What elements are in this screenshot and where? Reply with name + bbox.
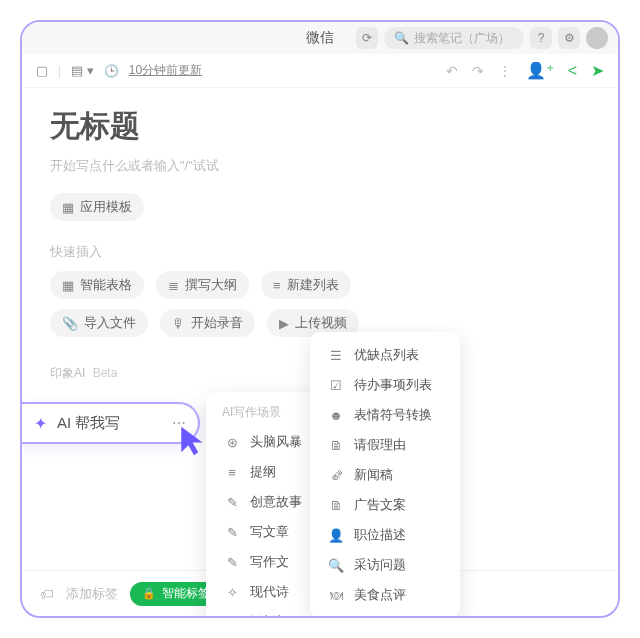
quick-insert-import-file[interactable]: 📎 导入文件 [50,309,148,337]
send-icon[interactable]: ➤ [591,61,604,80]
outline-icon: ≣ [168,278,179,293]
ai-scene-brainstorm[interactable]: ⊛头脑风暴 [210,427,322,457]
subitem-leave-reason[interactable]: 🗎请假理由 [314,430,456,460]
ai-scene-outline[interactable]: ≡提纲 [210,457,322,487]
person-icon: 👤 [328,528,344,543]
template-icon: ▦ [62,200,74,215]
quick-insert-record-audio[interactable]: 🎙 开始录音 [160,309,255,337]
story-icon: ✎ [224,495,240,510]
lock-icon: 🔒 [142,587,156,600]
quick-insert-row-1: ▦ 智能表格 ≣ 撰写大纲 ≡ 新建列表 [50,271,590,299]
app-window: 微信 ⟳ 🔍 搜索笔记（广场） ? ⚙ ▢ | ▤ ▾ 🕒 10分钟前更新 ↶ … [20,20,620,618]
search-icon: 🔍 [328,558,344,573]
quick-insert-new-list[interactable]: ≡ 新建列表 [261,271,351,299]
undo-icon[interactable]: ↶ [446,63,458,79]
smart-tag-label: 智能标签 [162,585,210,602]
list-icon: ≡ [273,278,281,293]
food-icon: 🍽 [328,588,344,603]
copy-icon: 🗎 [328,498,344,513]
quick-insert-label: 快速插入 [50,243,590,261]
note-icon: 🗎 [328,438,344,453]
note-toolbar: ▢ | ▤ ▾ 🕒 10分钟前更新 ↶ ↷ ⋮ 👤⁺ < ➤ [22,54,618,88]
ai-scene-flyout: AI写作场景 ⊛头脑风暴 ≡提纲 ✎创意故事 ✎写文章 ✎写作文 ✧现代诗 ☰会… [206,392,326,618]
ai-pill-more-icon[interactable]: ⋯ [172,415,186,431]
news-icon: 🗞 [328,468,344,483]
apply-template-button[interactable]: ▦ 应用模板 [50,193,144,221]
brainstorm-icon: ⊛ [224,435,240,450]
titlebar: 微信 ⟳ 🔍 搜索笔记（广场） ? ⚙ [22,22,618,54]
update-time[interactable]: 10分钟前更新 [129,62,202,79]
search-input[interactable]: 🔍 搜索笔记（广场） [384,27,524,49]
settings-icon[interactable]: ⚙ [558,27,580,49]
clock-icon: 🕒 [104,64,119,78]
article-icon: ✎ [224,525,240,540]
import-icon: 📎 [62,316,78,331]
agenda-icon: ☰ [224,615,236,619]
share-icon[interactable]: < [568,62,577,80]
video-icon: ▶ [279,316,289,331]
sparkle-icon: ✦ [34,414,47,433]
avatar[interactable] [586,27,608,49]
tag-icon: 🏷 [40,586,54,602]
grid-icon: ▦ [62,278,74,293]
subitem-food-review[interactable]: 🍽美食点评 [314,580,456,610]
subitem-job-desc[interactable]: 👤职位描述 [314,520,456,550]
search-icon: 🔍 [394,31,409,45]
add-tag-button[interactable]: 添加标签 [66,585,118,603]
outline-icon: ≡ [224,465,240,480]
redo-icon[interactable]: ↷ [472,63,484,79]
ai-scene-essay[interactable]: ✎写作文 [210,547,322,577]
apply-template-label: 应用模板 [80,198,132,216]
beta-badge: Beta [93,366,118,380]
ai-scene-write-article[interactable]: ✎写文章 [210,517,322,547]
ai-scene-subflyout: ☰优缺点列表 ☑待办事项列表 ☻表情符号转换 🗎请假理由 🗞新闻稿 🗎广告文案 … [310,332,460,618]
subitem-ad-copy[interactable]: 🗎广告文案 [314,490,456,520]
subitem-press-release[interactable]: 🗞新闻稿 [314,460,456,490]
quick-insert-outline[interactable]: ≣ 撰写大纲 [156,271,249,299]
poetry-icon: ✧ [224,585,240,600]
ai-scene-poetry[interactable]: ✧现代诗 [210,577,322,607]
ai-scene-creative-story[interactable]: ✎创意故事 [210,487,322,517]
ai-scene-meeting-agenda[interactable]: ☰会议议程▶ [210,607,322,618]
add-user-icon[interactable]: 👤⁺ [526,61,554,80]
expand-icon[interactable]: ▢ [36,63,48,78]
subitem-interview-q[interactable]: 🔍采访问题 [314,550,456,580]
essay-icon: ✎ [224,555,240,570]
subitem-emoji-convert[interactable]: ☻表情符号转换 [314,400,456,430]
search-placeholder: 搜索笔记（广场） [414,30,510,47]
todo-icon: ☑ [328,378,344,393]
subitem-pros-cons[interactable]: ☰优缺点列表 [314,340,456,370]
subitem-todo-list[interactable]: ☑待办事项列表 [314,370,456,400]
ai-scene-flyout-header: AI写作场景 [210,400,322,427]
quick-insert-smart-table[interactable]: ▦ 智能表格 [50,271,144,299]
refresh-icon[interactable]: ⟳ [356,27,378,49]
ai-pill-label: AI 帮我写 [57,414,120,433]
mic-icon: 🎙 [172,316,185,331]
editor-placeholder[interactable]: 开始写点什么或者输入"/"试试 [50,157,590,175]
help-icon[interactable]: ? [530,27,552,49]
page-title[interactable]: 无标题 [50,106,590,147]
ai-help-write-button[interactable]: ✦ AI 帮我写 ⋯ [20,402,200,444]
notebook-icon[interactable]: ▤ ▾ [71,63,94,78]
more-icon[interactable]: ⋮ [498,63,512,79]
emoji-icon: ☻ [328,408,344,423]
list-icon: ☰ [328,348,344,363]
